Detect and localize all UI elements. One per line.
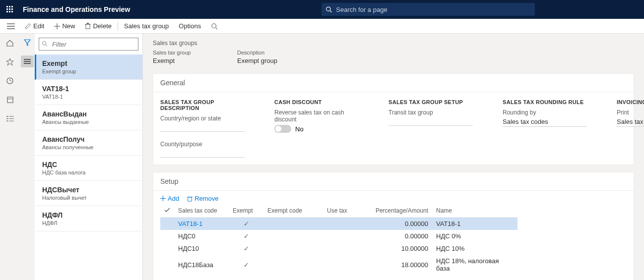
cell-pct[interactable]: 10.00000 (363, 242, 432, 255)
list-item[interactable]: VAT18-1VAT18-1 (35, 80, 142, 105)
cell-pct[interactable]: 18.00000 (363, 255, 432, 275)
global-search[interactable] (322, 3, 535, 16)
cell-name[interactable]: НДС 18%, налоговая база (432, 255, 517, 275)
cell-exempt-code[interactable] (263, 242, 323, 255)
table-row[interactable]: НДС0✓0.00000НДС 0% (160, 230, 517, 242)
cell-name[interactable]: НДС 10% (432, 242, 517, 255)
recent-icon[interactable] (5, 76, 14, 85)
sales-tax-group-value[interactable]: Exempt (153, 56, 222, 66)
cell-code[interactable]: НДС18База (174, 255, 229, 275)
list-item[interactable]: АвансПолучАвансы полученные (35, 130, 142, 156)
cell-pct[interactable]: 0.00000 (363, 218, 432, 230)
list-item[interactable]: ExemptExempt group (35, 55, 142, 80)
print-field[interactable]: Sales tax codes (617, 117, 644, 127)
cell-code[interactable]: НДС0 (174, 230, 229, 242)
field-label: Description (237, 50, 307, 56)
col-exempt[interactable]: Exempt (229, 204, 263, 218)
home-icon[interactable] (5, 39, 14, 48)
star-icon[interactable] (5, 57, 14, 66)
field-label: Reverse sales tax on cash discount (274, 109, 359, 123)
general-header[interactable]: General (153, 74, 634, 92)
grid-remove-button[interactable]: Remove (187, 195, 218, 202)
new-label: New (62, 22, 75, 30)
list-item-title: НДФЛ (42, 211, 136, 219)
list-item-sub: VAT18-1 (42, 94, 136, 100)
cell-exempt-code[interactable] (263, 218, 323, 230)
rounding-field[interactable]: Sales tax codes (503, 117, 587, 127)
col-exempt-code[interactable]: Exempt code (263, 204, 323, 218)
setup-header[interactable]: Setup (153, 172, 634, 191)
table-row[interactable]: НДС10✓10.00000НДС 10% (160, 242, 517, 255)
list-item[interactable]: НДСВычетНалоговый вычет (35, 181, 142, 206)
cell-exempt[interactable]: ✓ (229, 218, 263, 230)
table-row[interactable]: НДС18База✓18.00000НДС 18%, налоговая баз… (160, 255, 517, 275)
breadcrumb: Sales tax groups (153, 40, 634, 47)
edit-button[interactable]: Edit (20, 19, 49, 33)
county-field[interactable] (160, 149, 245, 158)
table-row[interactable]: VAT18-1✓0.00000VAT18-1 (160, 218, 517, 230)
list-item-sub: Авансы выданные (42, 119, 136, 125)
reverse-toggle[interactable] (274, 125, 291, 133)
cell-code[interactable]: VAT18-1 (174, 218, 229, 230)
svg-rect-6 (6, 11, 8, 12)
list-item-sub: Авансы полученные (42, 144, 136, 150)
search-input[interactable] (336, 6, 531, 13)
cell-name[interactable]: НДС 0% (432, 230, 517, 242)
svg-point-9 (326, 7, 330, 11)
col-name[interactable]: Name (432, 204, 517, 218)
cell-exempt-code[interactable] (263, 255, 323, 275)
description-value[interactable]: Exempt group (237, 56, 307, 66)
list-item[interactable]: НДСНДС база налога (35, 156, 142, 181)
delete-button[interactable]: Delete (80, 19, 117, 33)
plus-icon (160, 196, 166, 201)
row-selector[interactable] (160, 218, 174, 230)
cell-exempt[interactable]: ✓ (229, 242, 263, 255)
app-launcher[interactable] (0, 6, 20, 13)
cell-use-tax[interactable] (323, 218, 363, 230)
col-use-tax[interactable]: Use tax (323, 204, 363, 218)
row-selector[interactable] (160, 230, 174, 242)
cell-use-tax[interactable] (323, 230, 363, 242)
list-item[interactable]: АвансВыданАвансы выданные (35, 105, 142, 130)
list-item-sub: НДФЛ (42, 220, 136, 226)
funnel-icon[interactable] (22, 38, 32, 48)
search-icon (211, 23, 218, 30)
group-title: CASH DISCOUNT (274, 99, 359, 105)
transit-field[interactable] (388, 117, 473, 126)
entity-button[interactable]: Sales tax group (119, 19, 174, 33)
cell-exempt[interactable]: ✓ (229, 255, 263, 275)
list-item-title: АвансПолуч (42, 135, 136, 143)
list-filter-input[interactable] (39, 38, 138, 51)
row-selector[interactable] (160, 255, 174, 275)
list-view-icon[interactable] (21, 56, 34, 67)
workspace-icon[interactable] (5, 95, 14, 104)
cell-pct[interactable]: 0.00000 (363, 230, 432, 242)
svg-line-20 (216, 27, 218, 29)
plus-icon (54, 23, 60, 29)
cell-use-tax[interactable] (323, 255, 363, 275)
trash-icon (187, 196, 193, 202)
new-button[interactable]: New (49, 19, 80, 33)
svg-line-10 (330, 10, 331, 12)
options-button[interactable]: Options (174, 19, 206, 33)
modules-icon[interactable] (5, 114, 14, 123)
svg-rect-3 (6, 8, 8, 10)
grid-add-button[interactable]: Add (160, 195, 179, 202)
cell-name[interactable]: VAT18-1 (432, 218, 517, 230)
col-code[interactable]: Sales tax code (174, 204, 229, 218)
cell-use-tax[interactable] (323, 242, 363, 255)
svg-rect-1 (9, 6, 10, 7)
row-selector[interactable] (160, 242, 174, 255)
cell-exempt-code[interactable] (263, 230, 323, 242)
filter-search-icon (42, 41, 48, 47)
cell-code[interactable]: НДС10 (174, 242, 229, 255)
select-all-checkbox[interactable] (160, 204, 174, 218)
field-label: Sales tax group (153, 50, 222, 56)
find-button[interactable] (206, 19, 225, 33)
group-title: SALES TAX GROUP SETUP (388, 99, 473, 105)
col-pct[interactable]: Percentage/Amount (363, 204, 432, 218)
cell-exempt[interactable]: ✓ (229, 230, 263, 242)
list-item[interactable]: НДФЛНДФЛ (35, 206, 142, 231)
nav-toggle[interactable] (2, 23, 20, 29)
country-field[interactable] (160, 123, 245, 132)
